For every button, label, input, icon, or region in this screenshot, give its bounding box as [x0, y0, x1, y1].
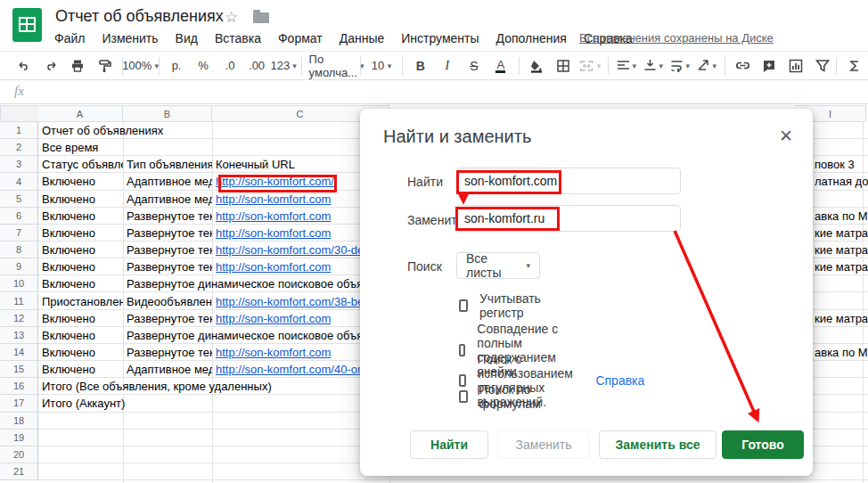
insert-link-icon[interactable]: [732, 55, 753, 77]
move-folder-icon[interactable]: [253, 12, 269, 23]
row-header-17[interactable]: 17: [0, 395, 38, 412]
italic-button[interactable]: I: [437, 55, 458, 77]
column-header-B[interactable]: B: [123, 105, 212, 122]
menu-item-0[interactable]: Файл: [53, 29, 86, 47]
vertical-align-icon[interactable]: ▾: [643, 55, 664, 77]
cell-A5[interactable]: Включено: [38, 191, 123, 207]
menu-item-2[interactable]: Вид: [175, 29, 199, 47]
cell-B4[interactable]: Адаптивное мед: [123, 173, 212, 189]
document-title[interactable]: Отчет об объявлениях: [55, 7, 224, 26]
find-button[interactable]: Найти: [410, 430, 488, 459]
menu-item-7[interactable]: Дополнения: [495, 29, 568, 47]
select-all-corner[interactable]: [0, 105, 38, 122]
row-header-16[interactable]: 16: [0, 378, 38, 395]
cell-A14[interactable]: Включено: [38, 344, 123, 360]
help-link[interactable]: Справка: [595, 373, 644, 388]
insert-chart-icon[interactable]: [785, 55, 807, 77]
row-header-7[interactable]: 7: [0, 225, 38, 242]
row-header-2[interactable]: 2: [0, 139, 38, 156]
cell-B7[interactable]: Развернутое тек: [123, 225, 212, 241]
functions-icon-partial[interactable]: [844, 55, 865, 77]
cell-A4[interactable]: Включено: [38, 173, 123, 189]
row-header-1[interactable]: 1: [0, 122, 38, 139]
star-icon[interactable]: ☆: [225, 8, 238, 27]
row-header-15[interactable]: 15: [0, 361, 38, 378]
replace-button[interactable]: Заменить: [497, 430, 590, 459]
cell-B15[interactable]: Адаптивное мед: [123, 361, 212, 377]
row-header-13[interactable]: 13: [0, 327, 38, 344]
print-icon[interactable]: [67, 55, 88, 77]
menu-item-5[interactable]: Данные: [339, 29, 386, 47]
row-header-20[interactable]: 20: [0, 446, 38, 463]
row-header-9[interactable]: 9: [0, 258, 38, 275]
replace-all-button[interactable]: Заменить все: [599, 430, 717, 459]
text-wrap-icon[interactable]: ▾: [669, 55, 691, 77]
row-header-19[interactable]: 19: [0, 430, 38, 446]
row-header-3[interactable]: 3: [0, 156, 38, 173]
text-color-button[interactable]: A: [490, 55, 512, 77]
checkbox-unchecked[interactable]: [459, 390, 468, 403]
row-header-4[interactable]: 4: [0, 173, 38, 190]
sheets-logo-icon[interactable]: [12, 8, 42, 42]
cell-A16[interactable]: Итого (Все объявления, кроме удаленных): [42, 380, 272, 393]
cell-A1[interactable]: Отчет об объявлениях: [42, 124, 163, 137]
increase-decimal-button[interactable]: .00: [246, 55, 267, 77]
cell-A12[interactable]: Включено: [38, 310, 123, 326]
replace-input[interactable]: [456, 205, 681, 232]
cell-A6[interactable]: Включено: [38, 208, 123, 224]
undo-icon[interactable]: [13, 55, 35, 77]
filter-icon[interactable]: [812, 55, 833, 77]
cell-B8[interactable]: Развернутое тек: [123, 242, 212, 258]
cell-A7[interactable]: Включено: [38, 225, 123, 241]
cell-B3[interactable]: Тип объявления: [123, 156, 212, 172]
save-status-link[interactable]: Все изменения сохранены на Диске: [579, 31, 774, 45]
menu-item-3[interactable]: Вставка: [214, 29, 262, 47]
cell-A13[interactable]: Включено: [38, 327, 123, 343]
bold-button[interactable]: B: [410, 55, 431, 77]
more-formats-button[interactable]: 123▾: [273, 55, 294, 77]
cell-A10[interactable]: Включено: [38, 275, 123, 291]
redo-icon[interactable]: [40, 55, 61, 77]
row-header-12[interactable]: 12: [0, 310, 38, 327]
borders-icon[interactable]: [553, 55, 574, 77]
strikethrough-button[interactable]: S: [463, 55, 485, 77]
row-header-11[interactable]: 11: [0, 293, 38, 310]
cell-A15[interactable]: Включено: [38, 361, 123, 377]
decrease-decimal-button[interactable]: .0: [219, 55, 241, 77]
checkbox-unchecked[interactable]: [459, 299, 468, 312]
formula-bar[interactable]: fx: [0, 80, 868, 104]
cell-B9[interactable]: Развернутое тек: [123, 258, 212, 274]
zoom-select[interactable]: 100%▾: [130, 55, 151, 77]
text-rotation-icon[interactable]: ▾: [696, 55, 717, 77]
fill-color-icon[interactable]: [526, 55, 547, 77]
cell-B12[interactable]: Развернутое тек: [123, 310, 212, 326]
row-header-10[interactable]: 10: [0, 275, 38, 292]
menu-item-6[interactable]: Инструменты: [400, 29, 479, 47]
cell-B14[interactable]: Развернутое тек: [123, 344, 212, 360]
find-input[interactable]: [456, 168, 681, 194]
close-icon[interactable]: ✕: [779, 126, 793, 146]
cell-A2[interactable]: Все время: [42, 141, 98, 154]
font-select[interactable]: По умолча...▾: [309, 55, 354, 77]
format-percent-button[interactable]: %: [192, 55, 214, 77]
insert-comment-icon[interactable]: [758, 55, 780, 77]
cell-A17[interactable]: Итого (Аккаунт): [42, 397, 125, 410]
horizontal-align-icon[interactable]: ▾: [616, 55, 637, 77]
row-header-14[interactable]: 14: [0, 344, 38, 361]
cell-B5[interactable]: Адаптивное мед: [123, 191, 212, 207]
cell-A8[interactable]: Включено: [38, 242, 123, 258]
row-header-18[interactable]: 18: [0, 413, 38, 430]
done-button[interactable]: Готово: [722, 430, 804, 459]
cell-A9[interactable]: Включено: [38, 258, 123, 274]
column-header-A[interactable]: A: [37, 105, 123, 122]
row-header-8[interactable]: 8: [0, 242, 38, 258]
menu-item-1[interactable]: Изменить: [101, 29, 159, 47]
cell-A11[interactable]: Приостановлено: [38, 293, 123, 309]
row-header-5[interactable]: 5: [0, 191, 38, 208]
menu-item-4[interactable]: Формат: [277, 29, 323, 47]
search-scope-select[interactable]: Все листы▾: [456, 252, 540, 279]
paint-format-icon[interactable]: [94, 55, 115, 77]
cell-B11[interactable]: Видеообъявление: [123, 293, 212, 309]
row-header-6[interactable]: 6: [0, 208, 38, 225]
cell-B6[interactable]: Развернутое тек: [123, 208, 212, 224]
